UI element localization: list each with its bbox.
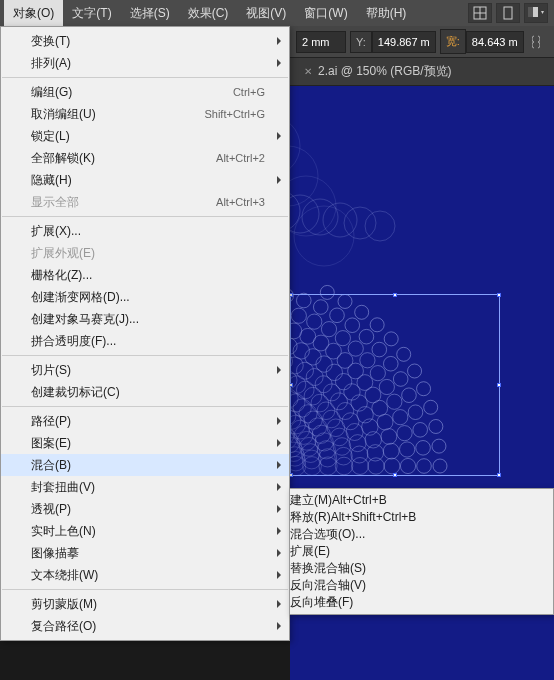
y-field[interactable]: Y:149.867 m — [350, 31, 436, 53]
layout-dropdown-icon[interactable] — [524, 3, 548, 23]
svg-rect-5 — [528, 7, 533, 17]
blend-submenu: 建立(M)Alt+Ctrl+B释放(R)Alt+Shift+Ctrl+B混合选项… — [289, 488, 554, 615]
tab-label: 2.ai @ 150% (RGB/预览) — [318, 63, 452, 80]
object-menu-item[interactable]: 取消编组(U)Shift+Ctrl+G — [1, 103, 289, 125]
tab-active[interactable]: ✕ 2.ai @ 150% (RGB/预览) — [296, 57, 460, 86]
link-icon[interactable] — [529, 31, 543, 53]
object-menu-item[interactable]: 创建裁切标记(C) — [1, 381, 289, 403]
submenu-arrow-icon — [277, 600, 281, 608]
object-menu-item[interactable]: 锁定(L) — [1, 125, 289, 147]
menu-6[interactable]: 帮助(H) — [357, 0, 416, 27]
object-menu-item[interactable]: 创建渐变网格(D)... — [1, 286, 289, 308]
handle-bot-right[interactable] — [497, 473, 501, 477]
submenu-arrow-icon — [277, 132, 281, 140]
width-label: 宽: — [440, 29, 466, 54]
menu-2[interactable]: 选择(S) — [121, 0, 179, 27]
blend-menu-item[interactable]: 释放(R)Alt+Shift+Ctrl+B — [290, 509, 553, 526]
object-menu-item: 扩展外观(E) — [1, 242, 289, 264]
menubar: 对象(O)文字(T)选择(S)效果(C)视图(V)窗口(W)帮助(H) — [0, 0, 554, 26]
menu-item-label: 混合选项(O)... — [290, 527, 365, 541]
submenu-arrow-icon — [277, 483, 281, 491]
menu-item-label: 拼合透明度(F)... — [31, 333, 265, 350]
svg-point-9 — [323, 203, 357, 237]
menu-item-label: 混合(B) — [31, 457, 265, 474]
menu-item-label: 路径(P) — [31, 413, 265, 430]
width-field[interactable]: 宽:84.643 m — [440, 29, 524, 54]
object-menu-sep — [2, 216, 288, 217]
object-menu-item[interactable]: 创建对象马赛克(J)... — [1, 308, 289, 330]
object-menu-sep — [2, 589, 288, 590]
object-menu-item[interactable]: 变换(T) — [1, 30, 289, 52]
submenu-arrow-icon — [277, 527, 281, 535]
x-field[interactable]: 2 mm — [296, 31, 346, 53]
menu-5[interactable]: 窗口(W) — [295, 0, 356, 27]
menu-item-label: 释放(R) — [290, 510, 331, 524]
submenu-arrow-icon — [277, 37, 281, 45]
svg-rect-3 — [504, 7, 512, 19]
menu-item-label: 图像描摹 — [31, 545, 265, 562]
menu-item-label: 创建裁切标记(C) — [31, 384, 265, 401]
blend-menu-item[interactable]: 扩展(E) — [290, 543, 553, 560]
object-menu-item[interactable]: 图像描摹 — [1, 542, 289, 564]
object-menu-item[interactable]: 路径(P) — [1, 410, 289, 432]
menu-item-label: 创建渐变网格(D)... — [31, 289, 265, 306]
handle-bot-mid[interactable] — [393, 473, 397, 477]
menu-item-label: 反向混合轴(V) — [290, 578, 366, 592]
menu-item-label: 扩展(X)... — [31, 223, 265, 240]
menu-item-label: 封套扭曲(V) — [31, 479, 265, 496]
menu-item-label: 透视(P) — [31, 501, 265, 518]
object-menu-item[interactable]: 扩展(X)... — [1, 220, 289, 242]
object-menu-item: 显示全部Alt+Ctrl+3 — [1, 191, 289, 213]
object-menu-item[interactable]: 封套扭曲(V) — [1, 476, 289, 498]
menu-item-label: 建立(M) — [290, 493, 332, 507]
menu-shortcut: Alt+Shift+Ctrl+B — [331, 510, 417, 524]
object-menu-item[interactable]: 排列(A) — [1, 52, 289, 74]
menu-item-label: 实时上色(N) — [31, 523, 265, 540]
svg-point-11 — [365, 211, 395, 241]
submenu-arrow-icon — [277, 59, 281, 67]
submenu-arrow-icon — [277, 461, 281, 469]
menu-shortcut: Alt+Ctrl+3 — [216, 196, 265, 208]
object-menu-item[interactable]: 文本绕排(W) — [1, 564, 289, 586]
object-menu-item[interactable]: 编组(G)Ctrl+G — [1, 81, 289, 103]
object-menu-item[interactable]: 透视(P) — [1, 498, 289, 520]
menu-3[interactable]: 效果(C) — [179, 0, 238, 27]
object-menu-item[interactable]: 切片(S) — [1, 359, 289, 381]
blend-menu-item[interactable]: 混合选项(O)... — [290, 526, 553, 543]
menu-item-label: 扩展外观(E) — [31, 245, 265, 262]
object-menu-item[interactable]: 混合(B) — [1, 454, 289, 476]
menu-shortcut: Shift+Ctrl+G — [204, 108, 265, 120]
object-menu-item[interactable]: 图案(E) — [1, 432, 289, 454]
menu-4[interactable]: 视图(V) — [237, 0, 295, 27]
object-menu-item[interactable]: 剪切蒙版(M) — [1, 593, 289, 615]
blend-menu-item[interactable]: 反向混合轴(V) — [290, 577, 553, 594]
submenu-arrow-icon — [277, 571, 281, 579]
x-value: 2 mm — [296, 31, 346, 53]
svg-point-10 — [344, 207, 376, 239]
blend-menu-item[interactable]: 建立(M)Alt+Ctrl+B — [290, 492, 553, 509]
object-menu-item[interactable]: 隐藏(H) — [1, 169, 289, 191]
document-icon[interactable] — [496, 3, 520, 23]
close-icon[interactable]: ✕ — [304, 66, 312, 77]
menu-item-label: 文本绕排(W) — [31, 567, 265, 584]
object-menu-item[interactable]: 复合路径(O) — [1, 615, 289, 637]
submenu-arrow-icon — [277, 439, 281, 447]
blend-menu-item[interactable]: 反向堆叠(F) — [290, 594, 553, 611]
handle-top-right[interactable] — [497, 293, 501, 297]
object-menu-item[interactable]: 栅格化(Z)... — [1, 264, 289, 286]
handle-mid-right[interactable] — [497, 383, 501, 387]
menu-item-label: 图案(E) — [31, 435, 265, 452]
menu-item-label: 排列(A) — [31, 55, 265, 72]
menu-item-label: 创建对象马赛克(J)... — [31, 311, 265, 328]
object-menu-item[interactable]: 实时上色(N) — [1, 520, 289, 542]
object-menu-item[interactable]: 拼合透明度(F)... — [1, 330, 289, 352]
object-menu-item[interactable]: 全部解锁(K)Alt+Ctrl+2 — [1, 147, 289, 169]
grid-icon[interactable] — [468, 3, 492, 23]
y-label: Y: — [350, 31, 372, 53]
y-value: 149.867 m — [372, 31, 436, 53]
submenu-arrow-icon — [277, 417, 281, 425]
object-menu-sep — [2, 77, 288, 78]
menu-0[interactable]: 对象(O) — [4, 0, 63, 27]
menu-1[interactable]: 文字(T) — [63, 0, 120, 27]
handle-top-mid[interactable] — [393, 293, 397, 297]
